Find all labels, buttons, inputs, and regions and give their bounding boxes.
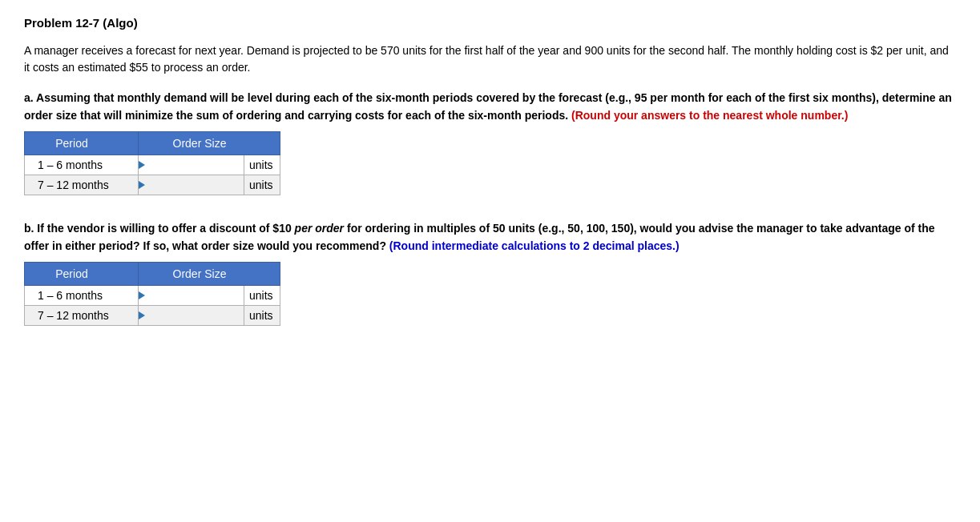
table-row: 7 – 12 months units (25, 175, 280, 195)
part-a-period-1: 1 – 6 months (25, 155, 139, 175)
triangle-icon-2 (139, 181, 145, 189)
part-a-period-2: 7 – 12 months (25, 175, 139, 195)
part-a-ordersize-2-cell: units (138, 175, 280, 195)
problem-description: A manager receives a forecast for next y… (24, 42, 956, 76)
part-b-header-period: Period (25, 262, 139, 285)
part-b-table: Period Order Size 1 – 6 months units 7 –… (24, 262, 280, 326)
part-b-period-1: 1 – 6 months (25, 285, 139, 305)
part-b-text-before: If the vendor is willing to offer a disc… (37, 222, 291, 235)
triangle-icon-1 (139, 161, 145, 169)
part-b-ordersize-1-input[interactable] (148, 286, 244, 305)
part-b-header-ordersize: Order Size (138, 262, 280, 285)
table-row: 7 – 12 months units (25, 305, 280, 325)
part-b-italic-text: per order (295, 222, 344, 235)
part-a-ordersize-1-input[interactable] (148, 155, 244, 175)
part-b-units-2: units (244, 306, 278, 325)
part-a-ordersize-1-cell: units (138, 155, 280, 175)
part-a-ordersize-2-input[interactable] (148, 175, 244, 195)
table-row: 1 – 6 months units (25, 285, 280, 305)
table-row: 1 – 6 months units (25, 155, 280, 175)
part-b-ordersize-2-cell: units (138, 305, 280, 325)
part-a-header-ordersize: Order Size (138, 131, 280, 155)
part-a-table: Period Order Size 1 – 6 months units 7 –… (24, 131, 280, 195)
part-b-instruction: (Round intermediate calculations to 2 de… (389, 239, 680, 252)
part-a-section: a. Assuming that monthly demand will be … (24, 89, 956, 195)
part-b-ordersize-2-input[interactable] (148, 306, 244, 325)
part-a-units-2: units (244, 175, 278, 195)
problem-title: Problem 12-7 (Algo) (24, 16, 956, 30)
part-b-ordersize-1-cell: units (138, 285, 280, 305)
part-b-section: b. If the vendor is willing to offer a d… (24, 219, 956, 326)
part-a-instruction: (Round your answers to the nearest whole… (571, 109, 848, 122)
triangle-icon-4 (139, 311, 145, 319)
triangle-icon-3 (139, 291, 145, 299)
part-b-period-2: 7 – 12 months (25, 305, 139, 325)
part-b-label: b. (24, 222, 34, 235)
part-a-units-1: units (244, 155, 278, 175)
part-a-header-period: Period (25, 131, 139, 155)
part-a-label: a. (24, 91, 34, 104)
part-b-units-1: units (244, 286, 278, 305)
